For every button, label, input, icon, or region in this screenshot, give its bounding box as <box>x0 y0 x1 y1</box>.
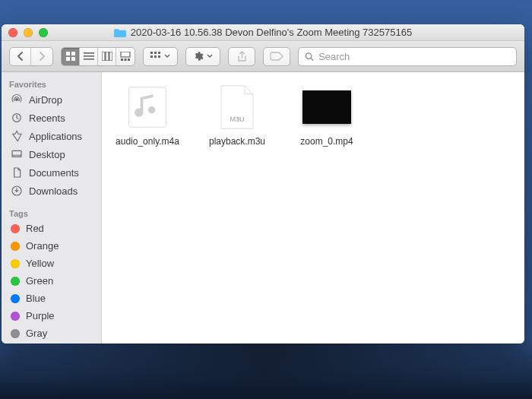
tag-dot-icon <box>11 259 20 268</box>
svg-rect-5 <box>84 55 94 57</box>
sidebar-label: Purple <box>26 310 55 321</box>
audio-file-icon <box>125 84 170 130</box>
grid-small-icon <box>150 52 161 61</box>
clock-icon <box>11 112 23 124</box>
close-button[interactable] <box>8 28 17 37</box>
sidebar-label: Documents <box>29 167 79 179</box>
sidebar-item-airdrop[interactable]: AirDrop <box>2 90 101 109</box>
svg-rect-24 <box>12 150 21 157</box>
titlebar: 2020-03-16 10.56.38 Devon Delfino's Zoom… <box>2 24 524 41</box>
gallery-view-button[interactable] <box>116 48 135 65</box>
nav-buttons <box>9 47 53 66</box>
list-view-button[interactable] <box>80 48 98 65</box>
sidebar-item-documents[interactable]: Documents <box>2 163 101 182</box>
svg-rect-9 <box>109 52 112 61</box>
tag-dot-icon <box>11 294 20 303</box>
sidebar-label: Downloads <box>29 185 78 197</box>
minimize-button[interactable] <box>24 28 33 37</box>
chevron-down-icon <box>164 54 170 59</box>
sidebar-label: Yellow <box>26 258 54 269</box>
sidebar-tag-blue[interactable]: Blue <box>2 290 101 307</box>
svg-rect-19 <box>158 55 160 58</box>
downloads-icon <box>11 185 23 197</box>
file-item[interactable]: audio_only.m4a <box>109 84 185 147</box>
svg-rect-15 <box>154 52 157 54</box>
chevron-left-icon <box>17 52 24 61</box>
search-field[interactable] <box>298 47 517 66</box>
gear-icon <box>193 51 204 62</box>
tag-dot-icon <box>11 242 20 251</box>
window-title-text: 2020-03-16 10.56.38 Devon Delfino's Zoom… <box>131 27 412 38</box>
sidebar-item-desktop[interactable]: Desktop <box>2 145 101 163</box>
svg-rect-27 <box>129 87 166 128</box>
file-name: playback.m3u <box>209 136 265 147</box>
sidebar-label: Recents <box>29 112 65 124</box>
sidebar-item-applications[interactable]: Applications <box>2 127 101 145</box>
sidebar-tag-orange[interactable]: Orange <box>2 237 101 255</box>
svg-rect-17 <box>150 55 153 58</box>
file-area[interactable]: audio_only.m4a M3U playback.m3u zoom_0.m… <box>102 72 524 344</box>
svg-point-20 <box>306 52 311 58</box>
folder-icon <box>114 28 126 37</box>
columns-icon <box>102 52 112 61</box>
sidebar-label: Red <box>26 223 44 234</box>
svg-rect-1 <box>71 52 75 55</box>
tag-icon <box>270 52 283 61</box>
zoom-button[interactable] <box>39 28 48 37</box>
gallery-icon <box>120 52 131 61</box>
desktop-icon <box>11 148 23 160</box>
finder-window: 2020-03-16 10.56.38 Devon Delfino's Zoom… <box>2 24 524 344</box>
svg-rect-6 <box>84 59 94 60</box>
group-menu[interactable] <box>143 47 178 66</box>
svg-rect-10 <box>121 52 130 57</box>
svg-point-28 <box>148 106 155 113</box>
file-badge-text: M3U <box>230 116 244 123</box>
file-item[interactable]: zoom_0.mp4 <box>289 84 365 147</box>
window-body: Favorites AirDrop Recents Applications D… <box>2 72 524 344</box>
documents-icon <box>11 166 23 179</box>
file-name: audio_only.m4a <box>116 136 179 147</box>
m3u-file-icon: M3U <box>218 84 256 130</box>
sidebar: Favorites AirDrop Recents Applications D… <box>2 72 102 344</box>
svg-rect-11 <box>121 59 123 61</box>
file-name: zoom_0.mp4 <box>300 136 353 147</box>
toolbar <box>2 41 524 72</box>
list-icon <box>84 52 94 61</box>
sidebar-label: Green <box>26 275 53 287</box>
tag-dot-icon <box>11 277 20 286</box>
icon-view-button[interactable] <box>62 48 80 65</box>
sidebar-tag-red[interactable]: Red <box>2 220 101 237</box>
back-button[interactable] <box>10 48 31 65</box>
tag-dot-icon <box>11 312 20 321</box>
share-icon <box>237 51 247 62</box>
tag-dot-icon <box>11 329 20 338</box>
sidebar-label: Applications <box>29 131 82 142</box>
svg-rect-8 <box>106 52 109 61</box>
grid-icon <box>65 51 76 62</box>
column-view-button[interactable] <box>98 48 116 65</box>
sidebar-tag-purple[interactable]: Purple <box>2 307 101 325</box>
share-button[interactable] <box>228 47 255 66</box>
sidebar-tag-gray[interactable]: Gray <box>2 325 101 342</box>
svg-rect-16 <box>158 52 160 54</box>
svg-rect-13 <box>128 59 130 61</box>
tag-button[interactable] <box>263 47 290 66</box>
file-item[interactable]: M3U playback.m3u <box>199 84 275 147</box>
search-input[interactable] <box>318 51 510 62</box>
action-menu[interactable] <box>185 47 220 66</box>
sidebar-item-downloads[interactable]: Downloads <box>2 182 101 200</box>
svg-rect-12 <box>125 59 127 61</box>
svg-rect-0 <box>66 52 70 55</box>
file-thumbnail: M3U <box>213 84 261 130</box>
chevron-down-icon <box>207 54 213 59</box>
forward-button[interactable] <box>31 48 52 65</box>
sidebar-item-recents[interactable]: Recents <box>2 109 101 127</box>
traffic-lights <box>2 28 48 37</box>
sidebar-label: Gray <box>26 328 47 339</box>
sidebar-label: Desktop <box>29 149 65 160</box>
sidebar-label: AirDrop <box>29 94 62 106</box>
tags-header: Tags <box>2 206 101 220</box>
sidebar-tag-green[interactable]: Green <box>2 272 101 290</box>
svg-point-22 <box>15 98 18 101</box>
sidebar-tag-yellow[interactable]: Yellow <box>2 255 101 272</box>
